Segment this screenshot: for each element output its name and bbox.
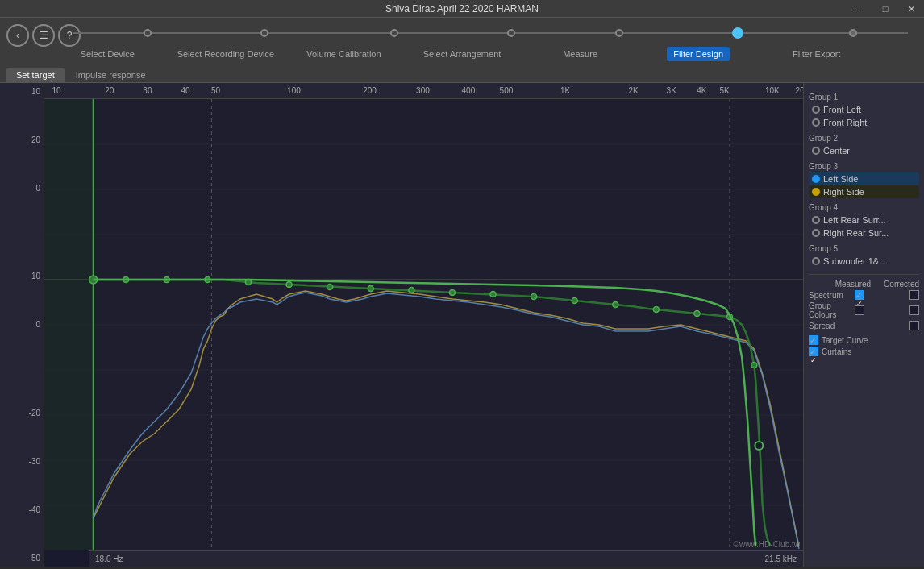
svg-point-20: [327, 284, 333, 290]
spread-corrected-check[interactable]: [909, 321, 919, 330]
x-label-40: 40: [181, 86, 189, 95]
channel-right-side-label: Right Side: [823, 187, 864, 197]
group-5-label: Group 5: [809, 244, 919, 253]
group-colours-corrected-check[interactable]: [909, 305, 919, 315]
svg-point-31: [751, 363, 757, 368]
channel-front-left[interactable]: Front Left: [809, 103, 919, 116]
step-dot-1: [144, 29, 152, 37]
nav-step-label-4[interactable]: Select Arrangement: [417, 47, 508, 61]
channel-right-side[interactable]: Right Side: [809, 185, 919, 198]
nav-step-label-2[interactable]: Select Recording Device: [171, 47, 281, 61]
x-label-30: 30: [143, 86, 152, 95]
group-colours-measured-check[interactable]: [855, 305, 864, 315]
x-label-4k: 4K: [697, 86, 706, 95]
spectrum-label: Spectrum: [809, 291, 855, 300]
y-label-0: 0: [3, 184, 40, 193]
curtains-label: Curtains: [822, 347, 919, 356]
radio-right-side: [812, 188, 820, 196]
freq-low-label: 18.0 Hz: [95, 554, 123, 563]
channel-left-rear-label: Left Rear Surr...: [823, 215, 886, 225]
x-label-5k: 5K: [719, 86, 729, 95]
nav-step-label-7[interactable]: Filter Export: [786, 47, 847, 61]
curtains-check[interactable]: ✓: [809, 347, 818, 356]
nav-step-select-arrangement[interactable]: Select Arrangement: [403, 47, 522, 61]
channel-front-right[interactable]: Front Right: [809, 116, 919, 129]
back-button[interactable]: ‹: [6, 24, 29, 47]
nav-step-label-1[interactable]: Select Device: [74, 47, 141, 61]
y-label-neg20: -20: [3, 409, 40, 417]
svg-point-21: [368, 286, 373, 292]
nav-step-filter-export[interactable]: Filter Export: [757, 47, 876, 61]
main-content: 10 20 0 10 0 -20 -30 -40 -50 10 20 30: [0, 83, 924, 567]
group-4-label: Group 4: [809, 203, 919, 212]
target-curve-row: ✓ Target Curve: [809, 335, 919, 345]
x-label-1k: 1K: [560, 86, 570, 95]
group-3-label: Group 3: [809, 162, 919, 171]
x-label-3k: 3K: [667, 86, 676, 95]
tab-set-target[interactable]: Set target: [6, 68, 65, 82]
close-button[interactable]: ✕: [898, 0, 924, 18]
nav-step-label-6[interactable]: Filter Design: [667, 47, 730, 61]
channel-front-right-label: Front Right: [823, 118, 867, 127]
group-1-label: Group 1: [809, 93, 919, 102]
channel-left-rear[interactable]: Left Rear Surr...: [809, 214, 919, 226]
channel-subwoofer[interactable]: Subwoofer 1&...: [809, 255, 919, 268]
spread-label: Spread: [809, 322, 887, 330]
target-checks: ✓ Target Curve ✓ Curtains: [809, 335, 919, 356]
watermark: ©www.HD-Club.tw: [734, 540, 800, 549]
nav-step-label-3[interactable]: Volume Calibration: [300, 47, 387, 61]
group-colours-label: Group Colours: [809, 301, 855, 319]
y-axis: 10 20 0 10 0 -20 -30 -40 -50: [0, 83, 44, 567]
col-corrected-header: Corrected: [884, 280, 919, 289]
maximize-button[interactable]: □: [872, 0, 898, 18]
x-label-300: 300: [416, 86, 430, 95]
channel-right-rear-label: Right Rear Sur...: [823, 228, 889, 238]
x-label-100: 100: [287, 86, 301, 95]
window-controls: – □ ✕: [847, 0, 924, 18]
menu-button[interactable]: ☰: [32, 24, 55, 47]
step-dot-3: [390, 29, 398, 37]
x-label-10k: 10K: [765, 86, 780, 95]
y-label-neg50: -50: [3, 554, 40, 563]
chart-area: 10 20 0 10 0 -20 -30 -40 -50 10 20 30: [0, 83, 803, 567]
y-label-10b: 10: [3, 272, 40, 280]
channel-right-rear[interactable]: Right Rear Sur...: [809, 226, 919, 239]
spectrum-corrected-check[interactable]: [909, 290, 919, 300]
channel-left-side[interactable]: Left Side: [809, 172, 919, 185]
radio-left-side: [812, 175, 820, 183]
target-curve-label: Target Curve: [822, 336, 919, 345]
chart-wrapper: 10 20 0 10 0 -20 -30 -40 -50 10 20 30: [0, 83, 803, 567]
radio-right-rear: [812, 229, 820, 237]
svg-rect-13: [44, 99, 94, 550]
spectrum-row: Spectrum ✓: [809, 290, 919, 300]
svg-point-26: [572, 298, 577, 304]
navigation-bar: ‹ ☰ ? Select Device Select Recording Dev…: [0, 18, 924, 66]
step-dot-2: [260, 29, 268, 37]
nav-step-volume-calibration[interactable]: Volume Calibration: [285, 47, 403, 61]
channel-center[interactable]: Center: [809, 144, 919, 157]
svg-point-32: [755, 442, 763, 450]
display-options-panel: Measured Corrected Spectrum ✓ Group Colo…: [809, 274, 919, 356]
x-label-10: 10: [52, 86, 60, 95]
bottom-frequency-labels: 18.0 Hz 21.5 kHz: [89, 550, 803, 567]
nav-left-buttons: ‹ ☰ ?: [0, 24, 87, 47]
nav-step-measure[interactable]: Measure: [521, 47, 639, 61]
sub-tabs: Set target Impulse response: [0, 66, 924, 83]
nav-step-filter-design[interactable]: Filter Design: [639, 47, 758, 61]
target-curve-check[interactable]: ✓: [809, 335, 818, 345]
x-label-50: 50: [211, 86, 220, 95]
x-label-400: 400: [462, 86, 476, 95]
nav-step-label-5[interactable]: Measure: [556, 47, 604, 61]
help-button[interactable]: ?: [58, 24, 81, 47]
nav-step-recording-device[interactable]: Select Recording Device: [167, 47, 285, 61]
nav-steps: Select Device Select Recording Device Vo…: [0, 47, 924, 61]
group-colours-row: Group Colours: [809, 301, 919, 319]
nav-step-select-device[interactable]: Select Device: [48, 47, 167, 61]
svg-point-24: [490, 292, 496, 297]
x-label-20: 20: [105, 86, 114, 95]
freq-high-label: 21.5 kHz: [765, 554, 797, 563]
minimize-button[interactable]: –: [847, 0, 872, 18]
y-label-neg30: -30: [3, 457, 40, 466]
tab-impulse-response[interactable]: Impulse response: [66, 68, 156, 82]
spectrum-measured-check[interactable]: ✓: [855, 290, 864, 300]
